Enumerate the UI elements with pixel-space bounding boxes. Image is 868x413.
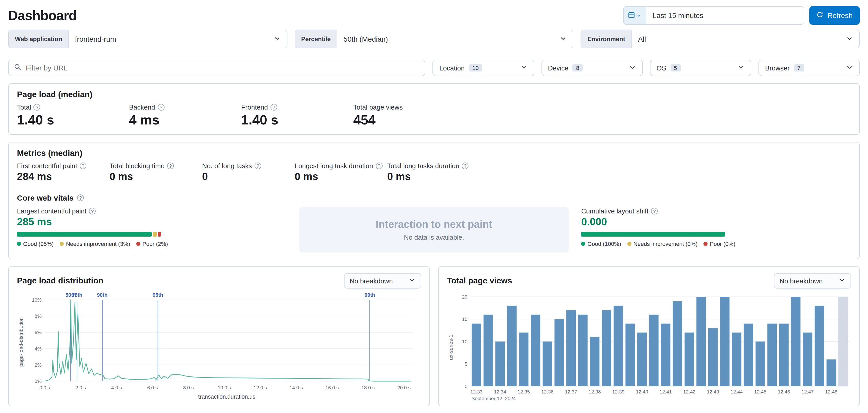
metrics-stats: First contentful paint? 284 ms Total blo… [17,162,851,183]
svg-text:10.0 s: 10.0 s [218,385,231,390]
facet-count-badge: 5 [670,64,681,71]
svg-text:6.0 s: 6.0 s [147,385,158,390]
stat-label: Total [17,104,31,111]
svg-text:14.0 s: 14.0 s [289,385,303,390]
url-filter [8,60,426,76]
svg-text:12:43: 12:43 [707,389,719,394]
svg-text:September 12, 2024: September 12, 2024 [471,396,516,401]
good-segment [581,232,725,237]
stat-value: 0 ms [387,171,480,183]
environment-select[interactable]: All [632,30,859,48]
info-icon[interactable]: ? [80,163,86,169]
facet-browser[interactable]: Browser 7 [758,60,860,76]
stat-tbt: Total blocking time? 0 ms [110,162,202,183]
needs-improvement-dot-icon [627,242,631,246]
svg-text:12:35: 12:35 [518,389,530,394]
legend-item: Poor (2%) [136,241,168,247]
info-icon[interactable]: ? [651,208,658,214]
stat-value: 0 [202,171,294,183]
page-load-distribution-chart[interactable]: 0%2%4%6%8%10%0.0 s2.0 s4.0 s6.0 s8.0 s10… [25,291,421,393]
chevron-down-icon [273,35,280,43]
svg-text:20.0 s: 20.0 s [397,385,411,390]
date-picker [623,6,804,25]
percentile-select[interactable]: 50th (Median) [337,30,573,48]
info-icon[interactable]: ? [158,104,164,111]
legend-item: Poor (0%) [704,241,735,247]
inp-empty-panel: Interaction to next paint No data is ava… [299,207,569,253]
info-icon[interactable]: ? [34,104,40,111]
svg-text:12:47: 12:47 [801,389,814,394]
page-load-stats: Total? 1.40 s Backend? 4 ms Frontend? 1.… [17,104,851,128]
facet-location[interactable]: Location 10 [433,60,534,76]
info-icon[interactable]: ? [462,163,468,169]
calendar-icon [628,11,635,20]
facet-count-badge: 10 [469,64,482,71]
info-icon[interactable]: ? [254,163,261,169]
info-icon[interactable]: ? [271,104,277,111]
svg-text:12:40: 12:40 [636,389,648,394]
svg-text:4%: 4% [35,346,42,352]
environment-group: Environment All [581,30,860,48]
stat-label: No. of long tasks [202,162,252,170]
facet-count-badge: 8 [572,64,583,71]
stat-longest-long-task: Longest long task duration? 0 ms [294,162,387,183]
total-page-views-chart[interactable]: 0510152012:3312:3412:3512:3612:3712:3812… [455,291,851,404]
svg-text:12.0 s: 12.0 s [253,385,267,390]
refresh-button-label: Refresh [827,11,852,20]
stat-value: 284 ms [17,171,110,183]
svg-text:90th: 90th [97,292,107,298]
chevron-down-icon [629,63,636,72]
total-page-views-panel: Total page views No breakdown ux-series-… [438,266,860,406]
chevron-down-icon [409,277,415,285]
inp-message: No data is available. [404,234,464,241]
breakdown-select[interactable]: No breakdown [774,273,851,289]
facet-device[interactable]: Device 8 [541,60,643,76]
chevron-down-icon [737,63,745,72]
y-axis-label: ux-series-1 [447,291,455,404]
refresh-button[interactable]: Refresh [809,6,860,25]
metrics-title: Metrics (median) [17,149,851,158]
dashboard-page: Dashboard [0,0,868,412]
url-filter-input[interactable] [26,64,420,72]
percentile-group: Percentile 50th (Median) [294,30,574,48]
core-web-vitals-row: Largest contentful paint? 285 ms Good (9… [17,207,851,253]
chart-title: Page load distribution [17,276,103,286]
facet-os[interactable]: OS 5 [650,60,751,76]
page-title: Dashboard [8,7,76,23]
web-application-select[interactable]: frontend-rum [69,30,287,48]
info-icon[interactable]: ? [77,195,84,201]
page-load-panel: Page load (median) Total? 1.40 s Backend… [8,83,860,135]
stat-value: 454 [353,112,403,128]
environment-value: All [638,35,646,43]
stat-label: First contentful paint [17,162,77,170]
stat-total: Total? 1.40 s [17,104,129,128]
chevron-down-icon [846,35,853,43]
info-icon[interactable]: ? [376,163,382,169]
svg-text:75th: 75th [72,292,82,298]
svg-text:12:45: 12:45 [754,389,767,394]
chart-title: Total page views [447,276,512,286]
lcp-legend: Good (95%) Needs improvement (3%) Poor (… [17,241,287,247]
chevron-down-icon [637,11,642,19]
poor-segment [158,232,161,237]
good-segment [17,232,152,237]
x-axis-label: transaction.duration.us [17,393,421,400]
svg-text:12:37: 12:37 [565,389,577,394]
info-icon[interactable]: ? [89,208,96,214]
filter-row: Location 10 Device 8 OS 5 Browser 7 [8,60,860,76]
environment-label: Environment [581,30,632,48]
chevron-down-icon [520,63,527,72]
web-application-label: Web application [9,30,69,48]
info-icon[interactable]: ? [167,163,174,169]
legend-item: Needs improvement (0%) [627,241,698,247]
breakdown-select[interactable]: No breakdown [344,273,421,289]
legend-item: Good (95%) [17,241,54,247]
svg-text:12:42: 12:42 [683,389,695,394]
charts-row: Page load distribution No breakdown page… [8,266,860,406]
svg-text:10: 10 [462,339,467,344]
cls-label: Cumulative layout shift [581,207,649,215]
date-picker-button[interactable] [624,7,646,24]
stat-label: Longest long task duration [294,162,373,170]
stat-label: Backend [129,104,155,111]
time-range-input[interactable] [646,7,804,24]
